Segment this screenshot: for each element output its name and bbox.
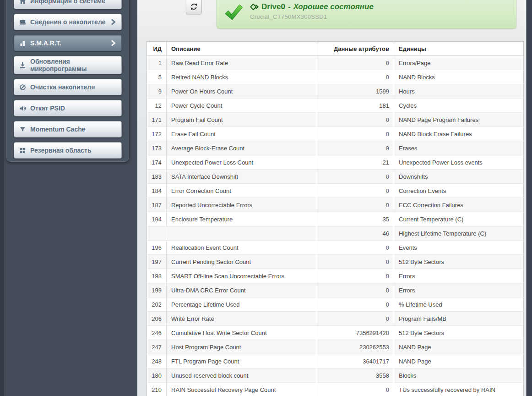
sidebar-item-резервная-область[interactable]: Резервная область [14, 142, 122, 159]
drive-status-banner: Drive0 - Хорошее состояние Crucial_CT750… [217, 0, 516, 29]
cell-units: Downshifts [394, 170, 524, 184]
cell-id: 183 [147, 170, 167, 184]
cell-units: % Lifetime Used [394, 297, 524, 312]
refresh-button[interactable] [186, 0, 202, 14]
cell-units: NAND Block Erase Failures [394, 127, 524, 141]
cell-id: 9 [147, 84, 167, 99]
drive-name: Drive0 [261, 2, 285, 11]
cell-attribute-data: 0 [317, 198, 394, 212]
cell-id: 174 [147, 155, 167, 170]
cell-attribute-data: 0 [317, 312, 394, 326]
cell-units: Unexpected Power Loss events [394, 155, 524, 170]
cell-attribute-data: 230262553 [317, 340, 394, 354]
cell-id: 206 [147, 312, 167, 326]
cell-id: 197 [147, 255, 167, 269]
sanitize-icon [19, 84, 26, 91]
cell-units: NAND Page [394, 354, 524, 368]
cell-description: Power Cycle Count [167, 99, 317, 113]
cell-description: SATA Interface Downshift [167, 170, 317, 184]
cell-description: Average Block-Erase Count [167, 141, 317, 155]
cell-description: Power On Hours Count [167, 84, 317, 99]
table-row: 196 Reallocation Event Count 0 Events [147, 241, 524, 255]
home-icon [19, 0, 26, 5]
sidebar-item-очистка-накопителя[interactable]: Очистка накопителя [14, 79, 122, 95]
cell-id: 210 [147, 383, 167, 396]
cell-units: Highest Lifetime Temperature (C) [394, 226, 524, 241]
cell-description: Enclosure Temperature [167, 212, 317, 226]
table-row: 171 Program Fail Count 0 NAND Page Progr… [147, 113, 524, 127]
cell-id: 187 [147, 198, 167, 212]
filter-icon [19, 126, 26, 133]
cell-units: NAND Page Program Failures [394, 113, 524, 127]
cell-units: Cycles [394, 99, 524, 113]
cell-attribute-data: 9 [317, 141, 394, 155]
cell-description: Unexpected Power Loss Count [167, 155, 317, 170]
sidebar-item-label: Очистка накопителя [30, 83, 116, 91]
cell-id: 184 [147, 184, 167, 198]
cell-description: Raw Read Error Rate [167, 56, 317, 70]
table-row: 199 Ultra-DMA CRC Error Count 0 Errors [147, 283, 524, 297]
cell-attribute-data: 1599 [317, 84, 394, 99]
table-row: 173 Average Block-Erase Count 9 Erases [147, 141, 524, 155]
cell-id: 12 [147, 99, 167, 113]
cell-id: 248 [147, 354, 167, 368]
cell-description [167, 226, 317, 241]
table-row: 172 Erase Fail Count 0 NAND Block Erase … [147, 127, 524, 141]
cell-units: Program Fails/MB [394, 312, 524, 326]
table-row: 5 Retired NAND Blocks 0 NAND Blocks [147, 70, 524, 84]
cell-attribute-data: 0 [317, 70, 394, 84]
cell-units: Errors [394, 269, 524, 283]
drive-status-text: Drive0 - Хорошее состояние Crucial_CT750… [250, 2, 374, 20]
download-icon [19, 62, 26, 69]
cell-description: Reported Uncorrectable Errors [167, 198, 317, 212]
cell-attribute-data: 21 [317, 155, 394, 170]
cell-description: Ultra-DMA CRC Error Count [167, 283, 317, 297]
cell-units: 512 Byte Sectors [394, 255, 524, 269]
sidebar-nav-panel: Информация о системе Сведения о накопите… [6, 0, 129, 162]
cell-attribute-data: 0 [317, 241, 394, 255]
cell-id: 247 [147, 340, 167, 354]
column-header-attribute-data: Данные атрибутов [317, 42, 394, 56]
sidebar-item-label: Сведения о накопителе [30, 18, 107, 26]
cell-units: NAND Page [394, 340, 524, 354]
cell-id: 246 [147, 326, 167, 340]
cell-attribute-data: 0 [317, 170, 394, 184]
table-row: 198 SMART Off-line Scan Uncorrectable Er… [147, 269, 524, 283]
cell-id: 173 [147, 141, 167, 155]
cell-id: 199 [147, 283, 167, 297]
column-header-id: ИД [147, 42, 167, 56]
sidebar-item-s-m-a-r-t[interactable]: S.M.A.R.T. [14, 35, 122, 51]
table-header-row: ИД Описание Данные атрибутов Единицы [147, 42, 524, 56]
cell-attribute-data: 0 [317, 255, 394, 269]
smart-attributes-table: ИД Описание Данные атрибутов Единицы 1 R… [147, 41, 524, 396]
sidebar-item-label: Momentum Cache [30, 126, 116, 133]
table-row: 246 Cumulative Host Write Sector Count 7… [147, 326, 524, 340]
cell-units: Blocks [394, 368, 524, 383]
cell-description: Error Correction Count [167, 184, 317, 198]
cell-description: Unused reserved block count [167, 368, 317, 383]
cell-units: Events [394, 241, 524, 255]
sidebar-item-momentum-cache[interactable]: Momentum Cache [14, 121, 122, 138]
cell-id: 5 [147, 70, 167, 84]
sidebar-item-информация-о-системе[interactable]: Информация о системе [14, 0, 122, 9]
table-row: 202 Percentage Lifetime Used 0 % Lifetim… [147, 297, 524, 312]
sidebar-item-откат-psid[interactable]: Откат PSID [14, 100, 122, 116]
cell-id: 196 [147, 241, 167, 255]
cell-id: 180 [147, 368, 167, 383]
drive-model: Crucial_CT750MX300SSD1 [250, 13, 374, 20]
cell-attribute-data: 0 [317, 297, 394, 312]
cell-units: Hours [394, 84, 524, 99]
table-row: 197 Current Pending Sector Count 0 512 B… [147, 255, 524, 269]
sidebar-item-обновления-микропрограммы[interactable]: Обновления микропрограммы [14, 56, 122, 74]
cell-attribute-data: 0 [317, 56, 394, 70]
drive-health-label: Хорошее состояние [293, 2, 374, 11]
drive-icon [19, 19, 26, 26]
cell-id [147, 226, 167, 241]
sidebar-item-сведения-о-накопителе[interactable]: Сведения о накопителе [14, 14, 122, 30]
cell-id: 194 [147, 212, 167, 226]
cell-id: 198 [147, 269, 167, 283]
cell-description: SMART Off-line Scan Uncorrectable Errors [167, 269, 317, 283]
cell-description: RAIN Successful Recovery Page Count [167, 383, 317, 396]
sidebar-item-label: Откат PSID [30, 104, 116, 112]
table-row: 183 SATA Interface Downshift 0 Downshift… [147, 170, 524, 184]
